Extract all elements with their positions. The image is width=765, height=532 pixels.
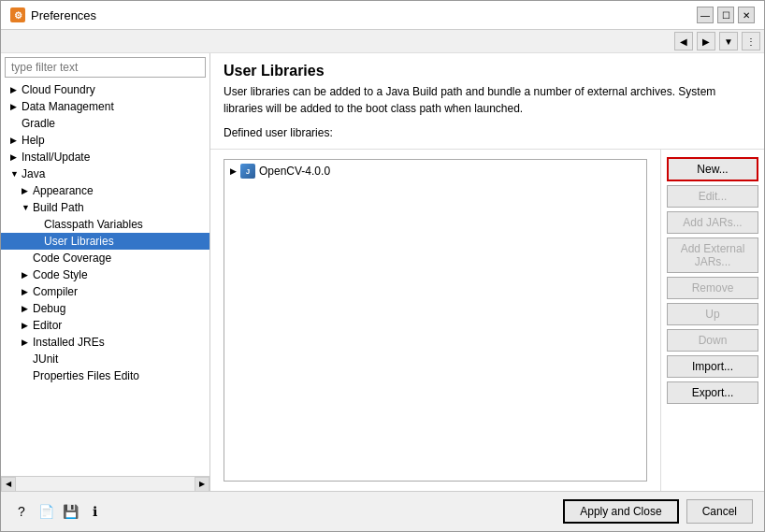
expand-arrow: ▼ — [22, 203, 31, 212]
sidebar-item-installed-jres[interactable]: ▶ Installed JREs — [1, 334, 209, 351]
export-button[interactable]: Export... — [667, 381, 758, 404]
sidebar-item-data-management[interactable]: ▶ Data Management — [1, 98, 209, 115]
sidebar-item-label: Gradle — [22, 117, 55, 130]
sidebar-item-label: Data Management — [22, 100, 114, 113]
sidebar-item-properties-files-editor[interactable]: Properties Files Edito — [1, 367, 209, 384]
sidebar-item-user-libraries[interactable]: User Libraries — [1, 233, 209, 250]
import-button[interactable]: Import... — [667, 355, 758, 378]
sidebar-item-label: JUnit — [33, 352, 58, 366]
sidebar-item-classpath-variables[interactable]: Classpath Variables — [1, 216, 209, 233]
forward-button[interactable]: ▶ — [697, 32, 715, 50]
scroll-right-arrow[interactable]: ▶ — [195, 477, 209, 492]
sidebar-item-editor[interactable]: ▶ Editor — [1, 317, 209, 334]
nav-menu-button[interactable]: ⋮ — [742, 32, 760, 50]
sidebar-item-label: Install/Update — [22, 151, 90, 164]
panel-header: User Libraries User libraries can be add… — [210, 53, 764, 150]
sidebar-item-cloud-foundry[interactable]: ▶ Cloud Foundry — [1, 81, 209, 98]
expand-arrow: ▶ — [230, 166, 237, 176]
cancel-button[interactable]: Cancel — [686, 499, 753, 524]
sidebar: ▶ Cloud Foundry ▶ Data Management Gradle… — [1, 53, 210, 491]
sidebar-item-junit[interactable]: JUnit — [1, 351, 209, 367]
expand-arrow: ▶ — [10, 85, 20, 94]
sidebar-item-label: Build Path — [33, 201, 84, 214]
sidebar-item-label: Classpath Variables — [44, 218, 143, 231]
expand-arrow: ▶ — [10, 136, 20, 145]
minimize-button[interactable]: — — [697, 7, 714, 23]
main-body: ▶ J OpenCV-4.0.0 New... Edit... Add JARs… — [210, 150, 764, 491]
tree-container: ▶ Cloud Foundry ▶ Data Management Gradle… — [1, 81, 209, 476]
sidebar-item-code-coverage[interactable]: Code Coverage — [1, 250, 209, 266]
add-jars-button[interactable]: Add JARs... — [667, 211, 758, 234]
libraries-panel: ▶ J OpenCV-4.0.0 — [210, 150, 661, 491]
window-title: Preferences — [31, 8, 691, 22]
help-icon[interactable]: ? — [12, 502, 31, 521]
new-button[interactable]: New... — [667, 157, 758, 181]
sidebar-item-java[interactable]: ▼ Java — [1, 165, 209, 182]
expand-arrow — [22, 371, 31, 381]
expand-arrow: ▶ — [10, 152, 20, 162]
library-icon: J — [240, 164, 255, 179]
sidebar-item-debug[interactable]: ▶ Debug — [1, 300, 209, 317]
panel-title: User Libraries — [224, 63, 751, 79]
expand-arrow: ▼ — [10, 169, 20, 179]
info-icon[interactable]: ℹ — [85, 502, 104, 521]
sidebar-item-label: Help — [22, 134, 45, 147]
sidebar-item-label: User Libraries — [44, 235, 114, 248]
window-controls: — ☐ ✕ — [697, 7, 755, 23]
sidebar-item-install-update[interactable]: ▶ Install/Update — [1, 149, 209, 165]
expand-arrow: ▶ — [22, 186, 31, 195]
remove-button[interactable]: Remove — [667, 277, 758, 299]
main-content: User Libraries User libraries can be add… — [210, 53, 764, 491]
preferences-window: ⚙ Preferences — ☐ ✕ ◀ ▶ ▼ ⋮ ▶ Cloud Foun… — [0, 0, 765, 532]
action-buttons-panel: New... Edit... Add JARs... Add External … — [661, 150, 764, 491]
libraries-tree[interactable]: ▶ J OpenCV-4.0.0 — [224, 159, 647, 482]
sidebar-item-appearance[interactable]: ▶ Appearance — [1, 182, 209, 199]
sidebar-item-build-path[interactable]: ▼ Build Path — [1, 199, 209, 216]
sidebar-item-label: Debug — [33, 302, 65, 315]
sidebar-item-label: Appearance — [33, 184, 94, 197]
sidebar-item-label: Properties Files Edito — [33, 369, 139, 382]
page-icon[interactable]: 📄 — [36, 502, 55, 521]
add-external-jars-button[interactable]: Add External JARs... — [667, 237, 758, 273]
sidebar-item-label: Cloud Foundry — [22, 83, 95, 96]
filter-input[interactable] — [5, 57, 206, 78]
nav-toolbar: ◀ ▶ ▼ ⋮ — [1, 30, 764, 53]
sidebar-item-help[interactable]: ▶ Help — [1, 132, 209, 149]
title-bar: ⚙ Preferences — ☐ ✕ — [1, 1, 764, 30]
expand-arrow — [33, 220, 42, 229]
nav-dropdown-button[interactable]: ▼ — [719, 32, 738, 50]
expand-arrow — [10, 119, 20, 128]
sidebar-item-compiler[interactable]: ▶ Compiler — [1, 283, 209, 300]
expand-arrow: ▶ — [22, 321, 31, 330]
expand-arrow — [33, 237, 42, 246]
sidebar-item-label: Editor — [33, 319, 62, 332]
maximize-button[interactable]: ☐ — [717, 7, 734, 23]
expand-arrow: ▶ — [10, 102, 20, 111]
expand-arrow — [22, 354, 31, 364]
save-icon[interactable]: 💾 — [61, 502, 79, 521]
back-button[interactable]: ◀ — [674, 32, 693, 50]
sidebar-item-label: Compiler — [33, 285, 78, 298]
expand-arrow: ▶ — [22, 304, 31, 313]
sidebar-item-label: Code Style — [33, 268, 88, 281]
defined-label: Defined user libraries: — [224, 126, 751, 139]
sidebar-item-code-style[interactable]: ▶ Code Style — [1, 266, 209, 283]
sidebar-item-gradle[interactable]: Gradle — [1, 115, 209, 132]
sidebar-item-label: Code Coverage — [33, 252, 111, 265]
up-button[interactable]: Up — [667, 303, 758, 325]
expand-arrow: ▶ — [22, 270, 31, 280]
library-name: OpenCV-4.0.0 — [259, 165, 330, 178]
apply-close-button[interactable]: Apply and Close — [563, 499, 678, 524]
close-button[interactable]: ✕ — [738, 7, 755, 23]
down-button[interactable]: Down — [667, 329, 758, 352]
list-item[interactable]: ▶ J OpenCV-4.0.0 — [226, 162, 644, 180]
scroll-left-arrow[interactable]: ◀ — [1, 477, 16, 492]
content-area: ▶ Cloud Foundry ▶ Data Management Gradle… — [1, 53, 764, 491]
sidebar-item-label: Java — [22, 167, 45, 180]
scroll-track — [16, 478, 195, 491]
horizontal-scrollbar[interactable]: ◀ ▶ — [1, 476, 209, 491]
expand-arrow: ▶ — [22, 287, 31, 296]
edit-button[interactable]: Edit... — [667, 185, 758, 208]
app-icon: ⚙ — [10, 7, 25, 22]
footer-icons: ? 📄 💾 ℹ — [12, 502, 104, 521]
